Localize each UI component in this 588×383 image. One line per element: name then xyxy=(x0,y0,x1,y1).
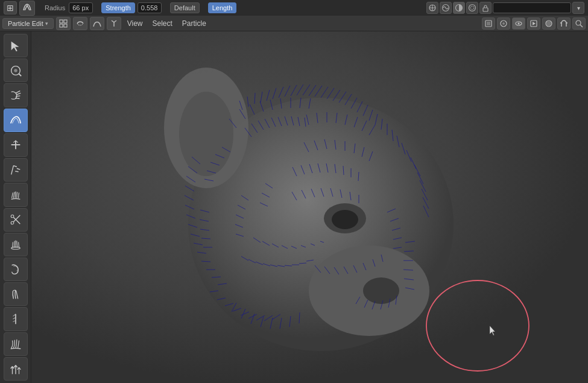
puff-btn[interactable] xyxy=(4,183,28,206)
select-tool-btn[interactable] xyxy=(4,34,28,57)
viewport[interactable] xyxy=(31,31,588,383)
circle-select-icon[interactable] xyxy=(497,17,510,30)
material-icon[interactable] xyxy=(542,17,555,30)
svg-point-25 xyxy=(576,21,581,25)
lock-icon[interactable] xyxy=(479,2,492,14)
svg-point-37 xyxy=(11,215,14,218)
smooth-btn[interactable] xyxy=(4,109,28,132)
cut-btn[interactable] xyxy=(4,208,28,232)
bezier-icon[interactable] xyxy=(90,17,104,30)
viewport-overlays-icon[interactable] xyxy=(440,2,452,14)
gizmo-icon[interactable] xyxy=(426,2,438,14)
viewport-canvas xyxy=(31,31,588,383)
radius-label: Radius xyxy=(43,4,66,11)
viewport-square-icon[interactable] xyxy=(482,17,495,30)
svg-point-49 xyxy=(332,210,358,229)
svg-rect-12 xyxy=(64,20,67,23)
grow-btn[interactable] xyxy=(4,357,28,381)
mode-selector[interactable]: Particle Edit ▾ xyxy=(2,18,54,29)
svg-point-8 xyxy=(469,5,476,11)
svg-line-30 xyxy=(16,91,20,93)
strength-btn[interactable]: Strength xyxy=(101,2,135,13)
svg-line-28 xyxy=(19,74,21,76)
add-btn[interactable] xyxy=(4,133,28,157)
svg-point-1 xyxy=(432,7,434,9)
xray-icon[interactable] xyxy=(466,2,478,14)
svg-rect-13 xyxy=(60,24,63,27)
length-btn[interactable]: Length xyxy=(208,2,237,13)
grid-view-icon[interactable] xyxy=(56,17,71,30)
mode-label: Particle Edit xyxy=(8,20,43,27)
mode-dropdown-arrow: ▾ xyxy=(45,21,48,27)
svg-rect-14 xyxy=(64,24,67,27)
length-btn[interactable] xyxy=(4,158,28,182)
node-editor-icon[interactable] xyxy=(73,17,87,30)
straighten-btn[interactable] xyxy=(4,307,28,331)
search-input[interactable] xyxy=(493,2,571,13)
svg-point-9 xyxy=(470,6,474,10)
svg-point-29 xyxy=(14,69,17,72)
magnet-icon[interactable] xyxy=(557,17,571,30)
select-menu[interactable]: Select xyxy=(149,18,176,29)
eye-icon[interactable] xyxy=(512,17,525,30)
weight-btn[interactable] xyxy=(4,233,28,256)
curl-btn[interactable] xyxy=(4,258,28,281)
clump-btn[interactable] xyxy=(4,282,28,306)
svg-point-45 xyxy=(179,92,233,176)
svg-line-33 xyxy=(15,98,19,99)
particle-menu[interactable]: Particle xyxy=(179,18,210,29)
branch-icon[interactable] xyxy=(107,17,121,30)
second-bar: Particle Edit ▾ View Select Particle xyxy=(0,16,588,31)
falloff-btn[interactable]: Default xyxy=(170,2,200,13)
svg-line-31 xyxy=(16,93,20,95)
second-bar-right xyxy=(482,17,586,30)
topbar-right: ▾ xyxy=(426,2,584,14)
view-menu[interactable]: View xyxy=(124,18,147,29)
strength-value[interactable]: 0.558 xyxy=(138,2,162,13)
comb-btn[interactable] xyxy=(4,83,28,107)
svg-line-32 xyxy=(16,96,20,97)
comb2-btn[interactable] xyxy=(4,332,28,356)
mode-icon-btn[interactable] xyxy=(19,1,35,16)
svg-point-18 xyxy=(502,22,505,25)
svg-rect-16 xyxy=(487,22,490,25)
search-toggle-icon[interactable]: ▾ xyxy=(572,2,584,14)
svg-point-47 xyxy=(363,277,399,304)
top-bar: ⊞ Radius 66 px Strength 0.558 Default Le… xyxy=(0,0,588,16)
shading-icon[interactable] xyxy=(453,2,465,14)
svg-point-20 xyxy=(518,22,520,24)
workspace-icon-btn[interactable]: ⊞ xyxy=(4,1,17,14)
svg-line-26 xyxy=(580,25,583,27)
left-toolbar xyxy=(0,31,31,383)
svg-rect-10 xyxy=(483,8,488,11)
select-circle-btn[interactable] xyxy=(4,59,28,82)
svg-point-36 xyxy=(11,221,14,224)
render-icon[interactable] xyxy=(527,17,540,30)
search-icon[interactable] xyxy=(572,17,586,30)
svg-rect-11 xyxy=(60,20,63,23)
svg-point-40 xyxy=(11,247,20,250)
radius-value[interactable]: 66 px xyxy=(69,2,93,13)
